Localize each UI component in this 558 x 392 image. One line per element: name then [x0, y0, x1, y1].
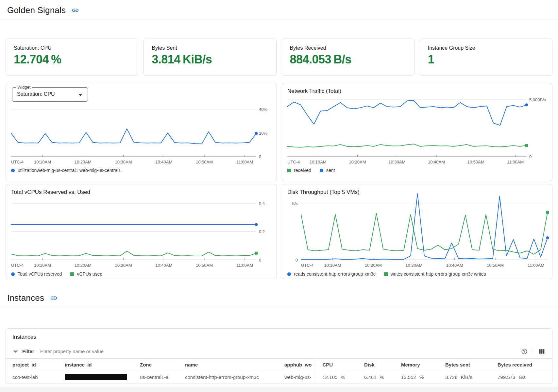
- instances-card-title: Instances: [6, 329, 552, 344]
- column-header-bytes-received: Bytes received: [491, 359, 552, 371]
- legend-square-marker: [70, 272, 74, 276]
- svg-text:10:20AM: 10:20AM: [349, 160, 366, 164]
- table-header-row: project_idinstance_idZonenameapphub_woCP…: [6, 359, 552, 371]
- golden-signals-link-button[interactable]: [71, 6, 80, 15]
- column-header-name: name: [178, 359, 278, 371]
- legend-item[interactable]: sent: [320, 168, 335, 173]
- legend-item[interactable]: vCPUs used: [70, 271, 102, 277]
- column-display-button[interactable]: [537, 347, 546, 356]
- toolbar-divider: [533, 347, 533, 356]
- table-row[interactable]: cco-test-labus-central1-aconsistent-http…: [6, 371, 552, 383]
- column-header-cpu: CPU: [316, 359, 358, 371]
- svg-text:10:30AM: 10:30AM: [115, 160, 132, 164]
- filter-label: Filter: [22, 349, 34, 354]
- disk-throughput-chart-card: Disk Throughput (Top 5 VMs) 5/s0UTC-410:…: [282, 184, 552, 279]
- cell-zone: us-central1-a: [133, 371, 178, 383]
- instances-table: project_idinstance_idZonenameapphub_woCP…: [6, 359, 552, 384]
- help-button[interactable]: [520, 347, 529, 356]
- scorecard-bytes-sent: Bytes Sent 3.814KiB/s: [144, 39, 276, 76]
- legend-square-marker: [384, 272, 388, 276]
- svg-text:10:20AM: 10:20AM: [365, 263, 382, 268]
- redacted-instance-id: [65, 374, 127, 380]
- legend-item[interactable]: Total vCPUs reserved: [11, 271, 62, 277]
- cell-apphub-wo: web-mig-us-: [278, 371, 316, 383]
- instances-title: Instances: [7, 293, 44, 303]
- scorecard-value: 884.053B/s: [290, 53, 406, 66]
- filter-bar: Filter: [6, 344, 552, 359]
- svg-text:10:40AM: 10:40AM: [155, 263, 172, 268]
- svg-text:10:30AM: 10:30AM: [388, 160, 405, 164]
- svg-text:0.4: 0.4: [259, 201, 265, 206]
- svg-text:10:20AM: 10:20AM: [75, 160, 92, 164]
- legend-item[interactable]: reads consistent-http-errors-group-xm3c: [287, 271, 376, 277]
- link-icon: [72, 7, 79, 14]
- legend-item[interactable]: utilizationweb-mig-us-central1 web-mig-u…: [11, 168, 121, 173]
- scorecard-label: Instance Group Size: [428, 45, 544, 51]
- svg-text:10:10AM: 10:10AM: [310, 160, 327, 164]
- chart-legend: utilizationweb-mig-us-central1 web-mig-u…: [11, 168, 121, 173]
- widget-select-label: Widget: [16, 85, 32, 90]
- scorecard-value: 3.814KiB/s: [152, 53, 268, 66]
- filter-list-icon: [12, 348, 19, 355]
- svg-text:10:10AM: 10:10AM: [34, 263, 51, 268]
- question-circle-icon: [521, 348, 528, 355]
- link-icon: [50, 294, 58, 302]
- chart-canvas[interactable]: 5/s0UTC-410:10AM10:20AM10:30AM10:40AM10:…: [282, 184, 552, 269]
- scorecard-label: Bytes Sent: [152, 45, 268, 51]
- scorecards-row: Saturation: CPU 12.704% Bytes Sent 3.814…: [6, 39, 552, 76]
- svg-text:0: 0: [259, 154, 261, 159]
- scorecard-label: Bytes Received: [290, 45, 406, 51]
- charts-row-1: Widget Saturation: CPU 40%20%0UTC-410:10…: [6, 83, 552, 181]
- svg-text:10:40AM: 10:40AM: [155, 160, 172, 164]
- svg-text:10:10AM: 10:10AM: [34, 160, 51, 164]
- instances-divider: [0, 308, 558, 308]
- legend-label: received: [294, 168, 311, 173]
- bottom-strip: [0, 387, 558, 392]
- cell-project-id: cco-test-lab: [6, 371, 58, 383]
- svg-text:UTC-4: UTC-4: [301, 263, 313, 268]
- chart-canvas[interactable]: 0.40.20UTC-410:10AM10:20AM10:30AM10:40AM…: [6, 184, 277, 269]
- legend-circle-marker: [11, 272, 15, 276]
- legend-circle-marker: [320, 169, 323, 172]
- cell-cpu: 12.105 %: [316, 371, 358, 383]
- scorecard-value: 1: [428, 53, 544, 66]
- svg-text:5,000B/s: 5,000B/s: [529, 97, 546, 102]
- widget-chart-card: Widget Saturation: CPU 40%20%0UTC-410:10…: [6, 83, 277, 181]
- instances-link-button[interactable]: [49, 294, 58, 302]
- chart-legend: Total vCPUs reservedvCPUs used: [11, 271, 102, 277]
- svg-text:10:50AM: 10:50AM: [467, 160, 484, 164]
- svg-text:11:00AM: 11:00AM: [507, 160, 524, 164]
- instances-card: Instances Filter project_idinstance_idZo…: [6, 328, 552, 384]
- cell-name: consistent-http-errors-group-xm3c: [178, 371, 278, 383]
- column-header-memory: Memory: [395, 359, 439, 371]
- svg-text:5/s: 5/s: [292, 201, 298, 206]
- chart-canvas[interactable]: 5,000B/s0UTC-410:10AM10:20AM10:30AM10:40…: [282, 83, 552, 166]
- network-traffic-chart-card: Network Traffic (Total) 5,000B/s0UTC-410…: [282, 83, 552, 181]
- svg-text:0: 0: [529, 154, 532, 159]
- chart-legend: receivedsent: [287, 168, 335, 173]
- legend-circle-marker: [287, 272, 291, 276]
- filter-input[interactable]: [40, 349, 520, 354]
- svg-text:10:50AM: 10:50AM: [487, 263, 504, 268]
- svg-text:10:20AM: 10:20AM: [75, 263, 92, 268]
- widget-select-value: Saturation: CPU: [17, 91, 55, 97]
- cell-bytes-sent: 3.728 KiB/s: [439, 371, 491, 383]
- legend-item[interactable]: writes consistent-http-errors-group-xm3c…: [384, 271, 486, 277]
- widget-select[interactable]: Widget Saturation: CPU: [12, 87, 88, 102]
- svg-text:0: 0: [259, 258, 261, 263]
- instances-header: Instances: [0, 288, 558, 308]
- legend-label: vCPUs used: [77, 271, 102, 277]
- cell-bytes-received: 799.573 B/s: [491, 371, 552, 383]
- cell-instance-id: [58, 371, 133, 383]
- golden-signals-header: Golden Signals: [0, 0, 558, 20]
- legend-item[interactable]: received: [287, 168, 311, 173]
- chart-legend: reads consistent-http-errors-group-xm3cw…: [287, 271, 486, 277]
- legend-circle-marker: [11, 169, 15, 172]
- svg-text:UTC-4: UTC-4: [11, 263, 24, 268]
- svg-text:11:00AM: 11:00AM: [236, 160, 253, 164]
- svg-text:10:50AM: 10:50AM: [196, 263, 213, 268]
- scorecard-value: 12.704%: [14, 53, 130, 66]
- svg-text:40%: 40%: [259, 107, 267, 112]
- column-header-zone: Zone: [133, 359, 178, 371]
- svg-text:11:00AM: 11:00AM: [528, 263, 544, 268]
